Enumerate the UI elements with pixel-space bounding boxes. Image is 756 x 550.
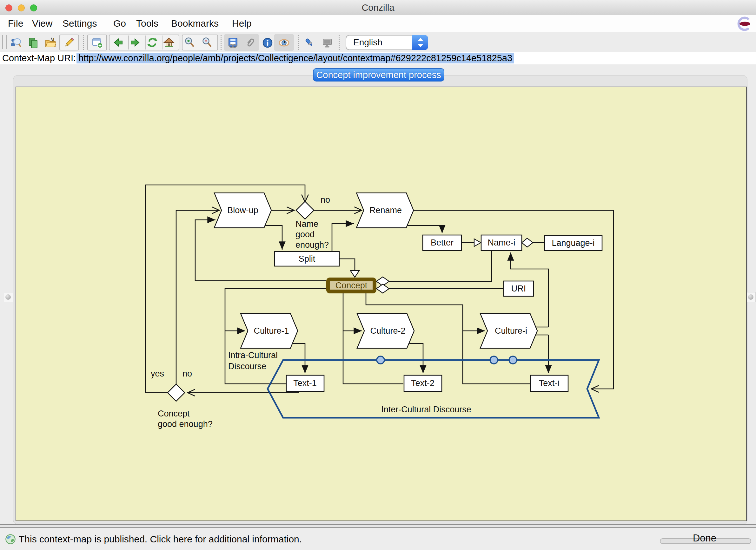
- language-value: English: [353, 36, 382, 50]
- toolbar-grip[interactable]: [2, 35, 7, 49]
- zoom-group: [182, 35, 218, 50]
- label-intra-1: Intra-Cultural: [228, 350, 278, 360]
- splitter-handle-left[interactable]: [4, 292, 13, 302]
- label-intra-2: Discourse: [228, 361, 266, 371]
- globe-icon: [5, 533, 16, 545]
- label-concept-question-1: Concept: [158, 409, 190, 418]
- presentation-icon[interactable]: [320, 36, 334, 50]
- label-rename: Rename: [369, 206, 402, 215]
- language-select[interactable]: English: [346, 35, 428, 50]
- browse-icon[interactable]: [9, 36, 23, 50]
- boundary-port[interactable]: [490, 356, 498, 364]
- label-concept: Concept: [335, 281, 368, 290]
- splitter-handle-right[interactable]: [746, 292, 756, 302]
- toolbar-separator: [339, 35, 340, 50]
- label-text-2: Text-2: [411, 378, 434, 388]
- label-language-i: Language-i: [552, 238, 594, 248]
- back-icon[interactable]: [111, 36, 129, 50]
- main-area: Concept improvement process: [0, 64, 756, 524]
- copy-icon[interactable]: [26, 36, 40, 50]
- label-concept-question-2: good enough?: [158, 419, 213, 429]
- open-folder-icon[interactable]: [43, 36, 57, 50]
- label-name-question-1: Name: [295, 219, 318, 229]
- view-eye-icon[interactable]: [277, 36, 291, 50]
- info-icon[interactable]: [261, 36, 275, 50]
- menu-go[interactable]: Go: [113, 15, 126, 32]
- name-decision-diamond[interactable]: [296, 202, 314, 219]
- label-text-i: Text-i: [539, 378, 560, 388]
- menu-bookmarks[interactable]: Bookmarks: [171, 15, 219, 32]
- label-no-bottom: no: [182, 369, 192, 378]
- menu-view[interactable]: View: [32, 15, 52, 32]
- paperclip-icon[interactable]: [243, 36, 257, 50]
- label-name-question-3: enough?: [295, 240, 329, 250]
- zoom-out-icon[interactable]: [200, 36, 217, 50]
- generalization-triangle-better-name-i: [474, 239, 481, 247]
- label-better: Better: [431, 238, 454, 248]
- menu-tools[interactable]: Tools: [136, 15, 158, 32]
- conzilla-logo-icon: [732, 16, 754, 31]
- boundary-port[interactable]: [509, 356, 517, 364]
- boundary-port[interactable]: [377, 356, 384, 364]
- toolbar: English: [0, 32, 756, 52]
- menu-file[interactable]: File: [8, 15, 23, 32]
- save-link-icon[interactable]: [226, 36, 240, 50]
- concept-map: Blow-up Rename Split Concept Better Name…: [16, 87, 746, 520]
- map-canvas[interactable]: Blow-up Rename Split Concept Better Name…: [16, 87, 747, 521]
- context-map-tab[interactable]: Concept improvement process: [313, 68, 444, 82]
- forward-icon[interactable]: [128, 36, 146, 50]
- window-title: Conzilla: [0, 0, 756, 15]
- generalization-triangle-split-concept: [350, 271, 359, 277]
- label-culture-i: Culture-i: [495, 326, 527, 335]
- aggregation-diamond-name-i: [522, 238, 533, 247]
- label-split: Split: [299, 254, 315, 264]
- toolbar-separator: [298, 35, 299, 50]
- label-text-1: Text-1: [293, 378, 317, 388]
- label-no-top: no: [321, 195, 330, 205]
- status-bar: This context-map is published. Click her…: [0, 528, 756, 550]
- label-inter: Inter-Cultural Discourse: [381, 405, 471, 414]
- zoom-in-icon[interactable]: [183, 36, 200, 50]
- title-bar: Conzilla: [0, 0, 756, 15]
- new-window-icon[interactable]: [87, 35, 107, 50]
- uri-bar: Context-Map URI: http://www.conzilla.org…: [0, 52, 756, 65]
- concept-decision-diamond[interactable]: [168, 384, 185, 401]
- conzilla-window: Conzilla File View Settings Go Tools Boo…: [0, 0, 756, 550]
- toolbar-separator: [83, 35, 84, 50]
- status-divider: [0, 524, 756, 528]
- status-message[interactable]: This context-map is published. Click her…: [19, 528, 302, 550]
- label-uri: URI: [511, 284, 526, 293]
- select-stepper-icon[interactable]: [412, 35, 428, 50]
- label-culture-2: Culture-2: [370, 326, 405, 335]
- aggregation-diamond-concept-lower: [376, 284, 389, 293]
- uri-input[interactable]: http://www.conzilla.org/people/amb/proje…: [76, 53, 514, 63]
- label-yes: yes: [151, 369, 164, 378]
- uri-label: Context-Map URI:: [2, 52, 76, 64]
- progress-label: Done: [693, 533, 716, 544]
- toolbar-separator: [221, 35, 222, 50]
- label-culture-1: Culture-1: [254, 326, 289, 335]
- menu-settings[interactable]: Settings: [63, 15, 97, 32]
- menu-bar: File View Settings Go Tools Bookmarks He…: [0, 15, 756, 33]
- label-blow-up: Blow-up: [227, 206, 258, 215]
- label-name-question-2: good: [295, 230, 315, 239]
- menu-help[interactable]: Help: [232, 15, 252, 32]
- label-name-i: Name-i: [487, 238, 515, 248]
- reload-icon[interactable]: [145, 36, 163, 50]
- home-icon[interactable]: [162, 36, 179, 50]
- nav-group: [109, 35, 179, 50]
- edit-pencil-icon[interactable]: [59, 35, 79, 50]
- style-pen-icon[interactable]: [302, 36, 316, 50]
